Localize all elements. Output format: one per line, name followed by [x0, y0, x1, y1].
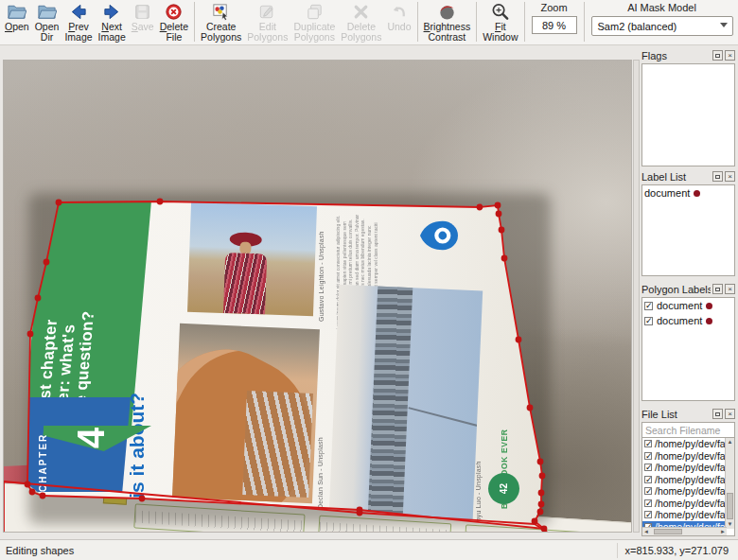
scroll-left-icon[interactable]: ◄	[643, 529, 649, 534]
photo-credit: Declan Sun - Unsplash	[317, 365, 324, 509]
location-pin-logo-icon	[416, 217, 462, 254]
float-panel-icon[interactable]	[712, 409, 723, 419]
close-panel-icon[interactable]: ×	[725, 284, 735, 294]
toolbar: Open Open Dir Prev Image Next Image Save…	[0, 0, 738, 45]
horizontal-scrollbar[interactable]: ◄ ►	[642, 527, 727, 535]
label-color-dot	[706, 318, 712, 324]
scrollbar-thumb[interactable]	[654, 529, 682, 534]
vertical-scrollbar[interactable]: ▲ ▼	[725, 438, 734, 529]
duplicate-polygons-icon	[305, 2, 325, 22]
chevron-down-icon	[720, 23, 728, 27]
arrow-left-icon	[68, 2, 88, 22]
checkbox-icon[interactable]	[644, 302, 653, 310]
float-panel-icon[interactable]	[712, 50, 723, 61]
file-row[interactable]: /home/py/dev/fair	[642, 509, 725, 521]
prev-image-button[interactable]: Prev Image	[62, 1, 95, 44]
labelme-window: Open Open Dir Prev Image Next Image Save…	[0, 0, 738, 560]
flags-panel-title: Flags ×	[641, 48, 735, 62]
save-button[interactable]: Save	[129, 1, 157, 44]
flags-title-text: Flags	[641, 50, 711, 61]
list-item[interactable]: document	[642, 185, 734, 201]
zoom-group: Zoom 89 %	[528, 1, 581, 34]
file-path: /home/py/dev/fair	[655, 485, 725, 497]
edit-polygons-button[interactable]: Edit Polygons	[244, 1, 290, 44]
canvas-scrollbar[interactable]	[633, 60, 640, 533]
checkbox-icon[interactable]	[644, 511, 652, 518]
file-row[interactable]: /home/py/dev/fair	[642, 462, 725, 474]
scrollbar-thumb[interactable]	[727, 493, 733, 519]
fit-window-icon	[490, 2, 510, 22]
label-text: document	[644, 187, 690, 199]
file-row[interactable]: /home/py/dev/fair	[642, 438, 725, 450]
page-number-badge: 42	[488, 473, 519, 504]
undo-button[interactable]: Undo	[384, 1, 413, 44]
file-path: /home/py/dev/fair	[655, 509, 725, 520]
toolbar-separator	[476, 2, 477, 42]
brightness-contrast-label: Brightness Contrast	[424, 22, 471, 44]
zoom-spinbox[interactable]: 89 %	[532, 16, 577, 34]
image-canvas[interactable]: Best chapter ever: what's the question? …	[3, 60, 632, 533]
list-item[interactable]: document	[642, 298, 734, 313]
ai-mask-model-value: Sam2 (balanced)	[598, 21, 677, 32]
polygon-labels-title-text: Polygon Labels	[641, 284, 711, 295]
save-icon	[132, 2, 152, 22]
checkbox-icon[interactable]	[644, 464, 652, 471]
close-panel-icon[interactable]: ×	[725, 409, 735, 419]
close-panel-icon[interactable]: ×	[725, 171, 735, 182]
create-polygons-icon	[211, 2, 231, 22]
file-path: /home/py/dev/fair	[655, 474, 725, 485]
file-list-title-text: File List	[641, 409, 711, 420]
delete-polygons-icon	[351, 2, 371, 22]
checkbox-icon[interactable]	[644, 487, 652, 495]
delete-file-button[interactable]: Delete File	[157, 1, 191, 44]
brightness-contrast-button[interactable]: Brightness Contrast	[421, 1, 474, 44]
file-path: /home/py/dev/fair	[655, 450, 725, 462]
label-text: document	[657, 300, 702, 311]
ai-mask-model-select[interactable]: Sam2 (balanced)	[591, 16, 733, 36]
skyline-buildings	[368, 285, 413, 519]
create-polygons-button[interactable]: Create Polygons	[198, 1, 244, 44]
chapter-number: 4	[70, 401, 113, 448]
checkbox-icon[interactable]	[644, 440, 652, 447]
delete-polygons-button[interactable]: Delete Polygons	[338, 1, 384, 44]
float-panel-icon[interactable]	[712, 284, 723, 294]
file-row[interactable]: /home/py/dev/fair	[642, 485, 725, 498]
file-row[interactable]: /home/py/dev/fair	[642, 474, 725, 486]
toolbar-separator	[194, 2, 195, 42]
folder-icon	[37, 2, 57, 22]
arrow-right-icon	[102, 2, 122, 22]
undo-label: Undo	[387, 22, 411, 32]
label-color-dot	[694, 190, 700, 197]
skyline-photo	[329, 285, 483, 519]
file-path: /home/py/dev/fair	[655, 462, 725, 473]
file-row[interactable]: /home/py/dev/fair	[642, 498, 725, 510]
scroll-right-icon[interactable]: ►	[720, 529, 726, 534]
duplicate-polygons-label: Duplicate Polygons	[293, 22, 335, 44]
undo-icon	[389, 2, 409, 22]
file-path: /home/py/dev/fair	[655, 438, 725, 449]
label-color-dot	[706, 303, 712, 309]
scroll-down-icon[interactable]: ▼	[728, 520, 733, 529]
fit-window-button[interactable]: Fit Window	[480, 1, 520, 44]
checkbox-icon[interactable]	[644, 476, 652, 483]
duplicate-polygons-button[interactable]: Duplicate Polygons	[290, 1, 338, 44]
list-item[interactable]: document	[642, 313, 734, 328]
ai-mask-model-group: AI Mask Model Sam2 (balanced)	[588, 1, 737, 36]
next-image-button[interactable]: Next Image	[96, 1, 129, 44]
cursor-coordinates: x=815.933, y=271.079	[617, 543, 738, 558]
checkbox-icon[interactable]	[644, 317, 653, 325]
polygon-labels-panel-title: Polygon Labels ×	[641, 282, 735, 296]
float-panel-icon[interactable]	[712, 171, 723, 182]
label-text: document	[657, 315, 702, 326]
checkbox-icon[interactable]	[644, 452, 652, 460]
checkbox-icon[interactable]	[644, 499, 652, 507]
next-image-label: Next Image	[98, 22, 126, 44]
open-dir-button[interactable]: Open Dir	[32, 1, 62, 44]
close-panel-icon[interactable]: ×	[725, 50, 735, 61]
search-input[interactable]	[641, 422, 735, 438]
open-button[interactable]: Open	[2, 1, 32, 44]
edit-polygons-icon	[257, 2, 277, 22]
scroll-up-icon[interactable]: ▲	[728, 438, 733, 446]
skyline-needle	[409, 407, 483, 431]
file-row[interactable]: /home/py/dev/fair	[642, 450, 725, 463]
